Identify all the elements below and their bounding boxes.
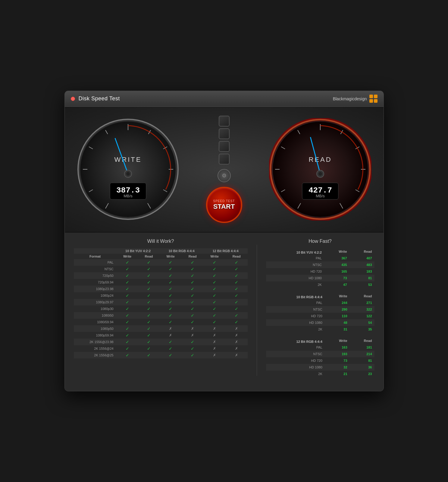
cross-icon: ✗ <box>213 333 216 337</box>
wiw-c2r: ✓ <box>182 292 204 299</box>
wiw-c1w: ✓ <box>117 259 138 266</box>
wiw-c2w: ✓ <box>160 312 182 319</box>
wiw-format: 1080i50 <box>74 312 117 319</box>
wiw-c1w: ✓ <box>117 339 138 345</box>
check-icon: ✓ <box>169 313 172 318</box>
wiw-c1w: ✓ <box>117 332 138 339</box>
hf-write-val: 32 <box>325 364 350 371</box>
wiw-c3r: ✓ <box>226 292 248 299</box>
wiw-c3r-header: Read <box>226 254 248 259</box>
hf-table: 12 Bit RGB 4:4:4 Write Read PAL 163 181 … <box>266 337 374 377</box>
middle-controls: ⚙ SPEED TEST START <box>206 116 242 223</box>
title-bar-left: Disk Speed Test <box>71 95 120 102</box>
wiw-format: 1080p59.94 <box>74 332 117 339</box>
wiw-c1r: ✓ <box>138 319 160 325</box>
check-icon: ✓ <box>169 346 172 351</box>
wiw-format: 2K 1556@25 <box>74 352 117 358</box>
start-button[interactable]: SPEED TEST START <box>206 187 242 223</box>
settings-button[interactable]: ⚙ <box>218 169 231 182</box>
wiw-c1w: ✓ <box>117 352 138 358</box>
wiw-c3r: ✗ <box>226 352 248 358</box>
cross-icon: ✗ <box>213 346 216 351</box>
check-icon: ✓ <box>147 306 151 311</box>
wiw-c3r: ✓ <box>226 279 248 286</box>
wiw-c2w: ✗ <box>160 332 182 339</box>
divider <box>257 245 257 376</box>
wiw-c3w: ✓ <box>204 299 226 305</box>
check-icon: ✓ <box>169 260 172 265</box>
wiw-format: 1080p30 <box>74 305 117 312</box>
check-icon: ✓ <box>213 300 216 305</box>
hf-format: HD 720 <box>266 268 324 275</box>
wiw-row: 1080p50 ✓ ✓ ✗ ✗ ✗ ✗ <box>74 325 248 332</box>
wiw-c3r: ✗ <box>226 325 248 332</box>
hf-format: NTSC <box>266 306 325 313</box>
wiw-row: 1080p29.97 ✓ ✓ ✓ ✓ ✓ ✓ <box>74 299 248 305</box>
wiw-c2r: ✓ <box>182 299 204 305</box>
wiw-c2r: ✓ <box>182 279 204 286</box>
wiw-c2w: ✓ <box>160 299 182 305</box>
check-icon: ✓ <box>147 333 151 338</box>
hf-read-val: 322 <box>350 306 374 313</box>
close-button[interactable] <box>71 97 75 101</box>
check-icon: ✓ <box>213 286 216 291</box>
wiw-c3r: ✓ <box>226 305 248 312</box>
brand-logo: Blackmagicdesign <box>333 95 378 103</box>
check-icon: ✓ <box>126 286 129 291</box>
check-icon: ✓ <box>126 260 129 265</box>
check-icon: ✓ <box>147 313 151 318</box>
brand-square-2 <box>374 95 378 98</box>
svg-point-24 <box>273 122 368 217</box>
hf-row: NTSC 435 483 <box>266 261 374 268</box>
wiw-c2w: ✓ <box>160 292 182 299</box>
indicator-light-1 <box>219 116 230 127</box>
wiw-c2r: ✓ <box>182 319 204 325</box>
check-icon: ✓ <box>191 300 194 305</box>
check-icon: ✓ <box>191 306 194 311</box>
wiw-c1w: ✓ <box>117 345 138 352</box>
svg-point-1 <box>80 122 176 217</box>
wiw-c3r: ✓ <box>226 286 248 292</box>
hf-group-header: 10 Bit YUV 4:2:2 <box>266 248 324 255</box>
hf-write-val: 193 <box>325 351 350 357</box>
wiw-format: 1080p29.97 <box>74 299 117 305</box>
hf-write-val: 110 <box>325 313 350 319</box>
hf-write-val: 48 <box>325 319 350 326</box>
hf-group: 12 Bit RGB 4:4:4 Write Read PAL 163 181 … <box>266 337 374 377</box>
wiw-c2r: ✓ <box>182 305 204 312</box>
check-icon: ✓ <box>191 353 194 358</box>
wiw-c2r: ✓ <box>182 286 204 292</box>
indicator-light-2 <box>219 128 230 139</box>
check-icon: ✓ <box>126 333 129 338</box>
wiw-c1r: ✓ <box>138 272 160 279</box>
check-icon: ✓ <box>126 273 129 278</box>
title-bar: Disk Speed Test Blackmagicdesign <box>65 91 384 107</box>
hf-format: PAL <box>266 344 325 351</box>
read-gauge-svg: READ 427.7 MB/s <box>269 118 371 221</box>
hf-write-val: 47 <box>324 281 349 288</box>
wiw-row: 720p59.94 ✓ ✓ ✓ ✓ ✓ ✓ <box>74 279 248 286</box>
check-icon: ✓ <box>126 280 129 285</box>
hf-write-header: Write <box>324 248 349 255</box>
hf-write-header: Write <box>325 293 350 299</box>
svg-text:READ: READ <box>309 156 332 163</box>
wiw-row: PAL ✓ ✓ ✓ ✓ ✓ ✓ <box>74 259 248 266</box>
cross-icon: ✗ <box>235 340 238 344</box>
hf-read-val: 81 <box>350 357 374 364</box>
wiw-table: 10 Bit YUV 4:2:2 10 Bit RGB 4:4:4 12 Bit… <box>74 248 248 358</box>
hf-row: HD 1080 32 36 <box>266 364 374 371</box>
brand-square-3 <box>369 99 373 103</box>
hf-format: HD 1080 <box>266 364 325 371</box>
hf-format: NTSC <box>266 351 325 357</box>
wiw-c1w: ✓ <box>117 292 138 299</box>
wiw-c2w: ✗ <box>160 325 182 332</box>
hf-format: HD 720 <box>266 357 325 364</box>
wiw-c1w: ✓ <box>117 312 138 319</box>
wiw-c3w: ✗ <box>204 345 226 352</box>
wiw-row: 2K 1556@25 ✓ ✓ ✓ ✓ ✗ ✗ <box>74 352 248 358</box>
hf-format: PAL <box>266 299 325 306</box>
wiw-row: 2K 1556@24 ✓ ✓ ✓ ✓ ✗ ✗ <box>74 345 248 352</box>
check-icon: ✓ <box>126 353 129 358</box>
wiw-c2r: ✓ <box>182 312 204 319</box>
hf-write-header: Write <box>325 337 350 344</box>
